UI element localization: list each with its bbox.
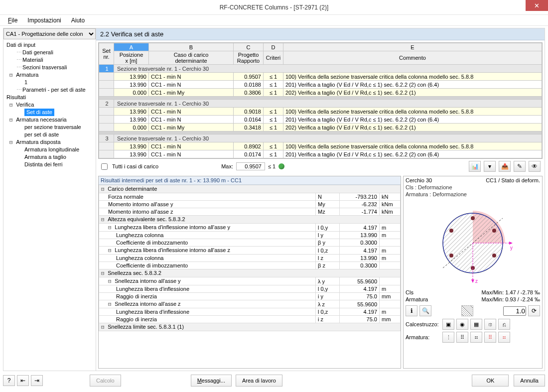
- inter-caption: Risultati intermedi per set di aste nr. …: [99, 176, 401, 185]
- col-C[interactable]: C: [234, 43, 264, 51]
- section-preview: Cerchio 30CC1 / Stato di deform. Cls : D…: [403, 176, 543, 369]
- col-A[interactable]: A: [114, 43, 149, 51]
- svg-point-4: [492, 229, 496, 233]
- refresh-icon[interactable]: ⟳: [528, 305, 540, 316]
- svg-marker-14: [471, 279, 474, 283]
- case-select[interactable]: CA1 - Progettazione delle colon: [3, 28, 96, 39]
- nav-tree: Dati di input Dati generali Materiali Se…: [3, 39, 96, 371]
- tree-per-set[interactable]: per set di aste: [4, 131, 95, 138]
- concrete-opt-2[interactable]: ◉: [456, 319, 468, 330]
- tree-verifica[interactable]: Verifica: [4, 101, 95, 109]
- svg-text:y: y: [510, 245, 513, 251]
- table-row[interactable]: 13.990CC1 - min N0.9018≤ 1100) Verifica …: [99, 108, 542, 116]
- svg-point-8: [449, 229, 453, 233]
- tree-dati-generali[interactable]: Dati generali: [4, 49, 95, 56]
- hatch-icon[interactable]: [461, 305, 473, 316]
- workspace-button[interactable]: Area di lavoro: [236, 375, 282, 387]
- intermediate-results: Risultati intermedi per set di aste nr. …: [98, 176, 401, 369]
- concrete-opt-5[interactable]: ⎌: [498, 319, 510, 330]
- prev-icon[interactable]: ⇤: [17, 375, 29, 386]
- export-icon[interactable]: 📤: [499, 161, 511, 172]
- tree-distinta[interactable]: Distinta dei ferri: [4, 161, 95, 168]
- tree-sezioni[interactable]: Sezioni trasversali: [4, 64, 95, 71]
- menu-help[interactable]: Aiuto: [67, 16, 89, 25]
- tree-dati-input[interactable]: Dati di input: [4, 41, 95, 49]
- tree-arm-long[interactable]: Armatura longitudinale: [4, 146, 95, 153]
- edit-icon[interactable]: ✎: [514, 161, 526, 172]
- zoom-icon[interactable]: 🔍: [419, 305, 431, 316]
- window-title: RF-CONCRETE Columns - [ST-2971 (2)]: [220, 4, 329, 11]
- table-row[interactable]: 13.990CC1 - min N0.9507≤ 1100) Verifica …: [99, 73, 542, 81]
- eye-icon[interactable]: 👁: [529, 161, 541, 172]
- rebar-opt-1[interactable]: ⋮: [442, 332, 454, 343]
- rp-state: CC1 / Stato di deform.: [486, 177, 540, 183]
- rebar-opt-3[interactable]: ⠶: [470, 332, 482, 343]
- col-E[interactable]: E: [283, 43, 542, 51]
- max-value: 0.9507: [236, 162, 265, 170]
- tree-set-aste[interactable]: Set di aste: [4, 109, 95, 116]
- svg-point-7: [449, 254, 453, 258]
- table-row[interactable]: 0.000CC1 - min My0.3806≤ 1202) Verifica …: [99, 89, 542, 97]
- status-ok-icon: [278, 163, 284, 169]
- tree-per-sezione[interactable]: per sezione trasversale: [4, 124, 95, 131]
- table-row[interactable]: 13.990CC1 - min N0.0188≤ 1201) Verifica …: [99, 81, 542, 89]
- hdr-set: Setnr.: [99, 43, 114, 65]
- svg-point-5: [492, 254, 496, 258]
- table-row[interactable]: 13.990CC1 - min N0.8902≤ 1100) Verifica …: [99, 142, 542, 150]
- rp-title: Cerchio 30: [406, 177, 432, 183]
- concrete-opt-4[interactable]: ⎅: [484, 319, 496, 330]
- grid-controls: Tutti i casi di carico Max: 0.9507 ≤ 1 📊…: [98, 159, 543, 174]
- tree-arm-taglio[interactable]: Armatura a taglio: [4, 153, 95, 161]
- tree-armatura[interactable]: Armatura: [4, 71, 95, 79]
- menubar: FFileile Impostazioni Aiuto: [0, 15, 548, 26]
- tree-materiali[interactable]: Materiali: [4, 56, 95, 64]
- filter-icon[interactable]: ▾: [484, 161, 496, 172]
- next-icon[interactable]: ⇥: [31, 375, 43, 386]
- titlebar: RF-CONCRETE Columns - [ST-2971 (2)] ✕: [0, 0, 548, 15]
- table-row[interactable]: 0.000CC1 - min My0.3418≤ 1202) Verifica …: [99, 124, 542, 131]
- sidebar: CA1 - Progettazione delle colon Dati di …: [3, 28, 96, 371]
- concrete-opt-1[interactable]: ▣: [442, 319, 454, 330]
- section-diagram: y z: [404, 198, 542, 288]
- results-grid[interactable]: Setnr. A B C D E Posizionex [m] Caso di …: [98, 42, 543, 159]
- concrete-opt-3[interactable]: ▦: [470, 319, 482, 330]
- messages-button[interactable]: MMessaggi...essaggi...: [191, 375, 232, 387]
- col-B[interactable]: B: [149, 43, 234, 51]
- tree-armatura-1[interactable]: 1: [4, 79, 95, 86]
- tree-arm-necessaria[interactable]: Armatura necessaria: [4, 116, 95, 124]
- menu-file[interactable]: FFileile: [4, 16, 21, 25]
- info-icon[interactable]: ℹ: [406, 305, 417, 316]
- rebar-opt-4[interactable]: ⠿: [484, 332, 496, 343]
- help-icon[interactable]: ?: [3, 375, 15, 386]
- cancel-button[interactable]: Annulla: [514, 375, 545, 387]
- col-D[interactable]: D: [264, 43, 283, 51]
- all-cases-checkbox[interactable]: [101, 163, 108, 170]
- ok-button[interactable]: OK: [472, 375, 509, 387]
- tree-parametri[interactable]: Parametri - per set di aste: [4, 86, 95, 94]
- bottom-bar: ? ⇤ ⇥ Calcolo MMessaggi...essaggi... Are…: [3, 372, 545, 389]
- svg-text:z: z: [475, 278, 478, 284]
- zoom-input[interactable]: [503, 306, 526, 316]
- rebar-opt-5[interactable]: ⠶: [498, 332, 510, 343]
- section-title: 2.2 Verifica set di aste: [96, 28, 545, 40]
- menu-settings[interactable]: Impostazioni: [23, 16, 65, 25]
- calc-button[interactable]: Calcolo: [90, 375, 121, 387]
- chart-icon[interactable]: 📊: [469, 161, 481, 172]
- svg-point-3: [471, 216, 475, 220]
- tree-arm-disposta[interactable]: Armatura disposta: [4, 138, 95, 146]
- svg-marker-11: [509, 242, 513, 245]
- tree-risultati[interactable]: Risultati: [4, 94, 95, 101]
- rebar-opt-2[interactable]: ⠿: [456, 332, 468, 343]
- table-row[interactable]: 13.990CC1 - min N0.0174≤ 1201) Verifica …: [99, 150, 542, 158]
- table-row[interactable]: 13.990CC1 - min N0.0164≤ 1201) Verifica …: [99, 116, 542, 124]
- close-button[interactable]: ✕: [526, 0, 548, 11]
